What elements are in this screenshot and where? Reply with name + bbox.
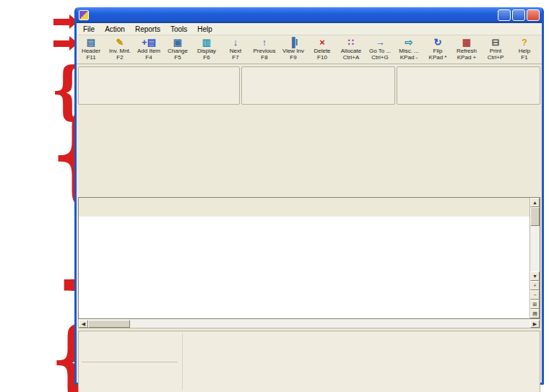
view-inventory-icon: ▐I [279, 37, 308, 48]
toolbar-refresh-button[interactable]: ▦RefreshKPad + [452, 36, 481, 64]
order-grid: ▲ ▼ + − ⊞ ▤ [78, 197, 540, 319]
toolbar-view-inv-button[interactable]: ▐IView InvF9 [279, 36, 308, 64]
toolbar-go-to-button[interactable]: →Go To ...Ctrl+G [366, 36, 394, 64]
toolbar-arrow-icon [53, 40, 69, 47]
help-icon: ? [510, 37, 539, 48]
header-totals [77, 64, 542, 106]
maximize-button[interactable] [512, 9, 525, 21]
app-window: FileActionReportsToolsHelp ▤HeaderF11✎In… [74, 7, 544, 385]
toolbar-header-button[interactable]: ▤HeaderF11 [77, 36, 105, 64]
misc-folder-icon: ⇨ [394, 37, 423, 48]
minimize-button[interactable] [498, 9, 511, 21]
app-icon [79, 10, 89, 20]
toolbar-next-button[interactable]: ↓NextF7 [221, 36, 250, 64]
scroll-up-icon[interactable]: ▲ [530, 198, 540, 207]
vertical-scroll-thumb[interactable] [530, 207, 540, 226]
toolbar: ▤HeaderF11✎Inv. Mnt.F2+▤Add ItemF4▣Chang… [77, 35, 542, 64]
dc98-order-qty [82, 334, 178, 362]
grid-tool-plus-icon[interactable]: + [530, 281, 540, 290]
po-header-group [78, 66, 240, 105]
close-button[interactable] [527, 9, 540, 21]
vertical-scrollbar[interactable]: ▲ ▼ + − ⊞ ▤ [529, 198, 540, 318]
menu-bar: FileActionReportsToolsHelp [77, 23, 542, 35]
inventory-edit-icon: ✎ [105, 37, 134, 48]
grid-tool-grid-icon[interactable]: ⊞ [530, 300, 540, 309]
goto-folder-icon: → [366, 37, 394, 48]
toolbar-inv-mnt-button[interactable]: ✎Inv. Mnt.F2 [105, 36, 134, 64]
allocate-icon: ∷ [337, 37, 366, 48]
grid-tool-minus-icon[interactable]: − [530, 290, 540, 300]
dc-totals-group [241, 66, 394, 105]
tab-strip [77, 183, 542, 197]
menu-item-action[interactable]: Action [100, 25, 130, 34]
header-form-icon: ▤ [77, 37, 105, 48]
item-identity-block [183, 334, 334, 390]
horizontal-scroll-thumb[interactable] [88, 320, 130, 328]
menu-item-help[interactable]: Help [192, 25, 217, 34]
toolbar-display-button[interactable]: ▥DisplayF6 [192, 36, 221, 64]
grid-body [79, 217, 529, 310]
refresh-grid-icon: ▦ [452, 37, 481, 48]
toolbar-previous-button[interactable]: ↑PreviousF8 [250, 36, 279, 64]
toolbar-help-button[interactable]: ?HelpF1 [510, 36, 539, 64]
total-order-qty [82, 362, 178, 390]
menu-item-tools[interactable]: Tools [165, 25, 192, 34]
scroll-left-icon[interactable]: ◀ [79, 320, 88, 328]
toolbar-add-item-button[interactable]: +▤Add ItemF4 [134, 36, 163, 64]
scroll-down-icon[interactable]: ▼ [530, 271, 540, 281]
store-totals-group [397, 66, 540, 105]
next-arrow-icon: ↓ [221, 37, 250, 48]
grid-tool-sheet-icon[interactable]: ▤ [530, 309, 540, 318]
toolbar-change-button[interactable]: ▣ChangeF5 [163, 36, 192, 64]
screenshot-stage: { "annotations": { "menu": {"label": "Me… [0, 0, 549, 392]
toolbar-allocate-button[interactable]: ∷AllocateCtrl+A [337, 36, 366, 64]
menu-item-file[interactable]: File [78, 25, 100, 34]
print-icon: ⊟ [481, 37, 510, 48]
grid-header-row [79, 198, 529, 217]
history-labels [77, 106, 117, 183]
cost-fields [334, 334, 450, 390]
menu-arrow-icon [53, 19, 69, 25]
add-item-icon: +▤ [134, 37, 163, 48]
previous-arrow-icon: ↑ [250, 37, 279, 48]
pack-fields [450, 334, 537, 390]
toolbar-print-button[interactable]: ⊟PrintCtrl+P [481, 36, 510, 64]
horizontal-scrollbar[interactable]: ◀ ▶ [78, 319, 540, 328]
menu-item-reports[interactable]: Reports [130, 25, 165, 34]
scroll-right-icon[interactable]: ▶ [530, 320, 540, 328]
flip-refresh-icon: ↻ [423, 37, 452, 48]
display-item-icon: ▥ [192, 37, 221, 48]
title-bar [77, 7, 542, 23]
change-item-icon: ▣ [163, 37, 192, 48]
toolbar-misc-button[interactable]: ⇨Misc. ...KPad - [394, 36, 423, 64]
toolbar-flip-button[interactable]: ↻FlipKPad * [423, 36, 452, 64]
item-history-panel [77, 106, 542, 183]
delete-icon: × [308, 37, 337, 48]
toolbar-delete-button[interactable]: ×DeleteF10 [308, 36, 337, 64]
order-qty-block [82, 334, 183, 390]
item-detail-panel [78, 331, 540, 392]
